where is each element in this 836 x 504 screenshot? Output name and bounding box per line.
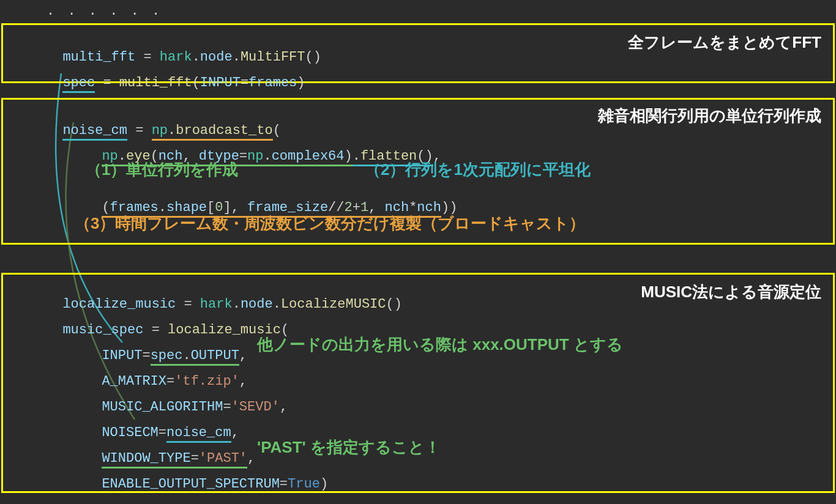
box3-title: MUSIC法による音源定位	[641, 281, 821, 303]
ann-step2: （2）行列を1次元配列に平坦化	[365, 159, 591, 180]
var-spec: spec	[62, 75, 95, 93]
ann-output-usage: 他ノードの出力を用いる際は xxx.OUTPUT とする	[257, 334, 623, 355]
box1-title: 全フレームをまとめてFFT	[628, 32, 821, 53]
ann-past-note: 'PAST' を指定すること！	[257, 437, 441, 458]
ann-step3: （3）時間フレーム数・周波数ビン数分だけ複製（ブロードキャスト）	[75, 213, 585, 234]
box2-title: 雑音相関行列用の単位行列作成	[598, 105, 821, 127]
ellipsis-dots: . . . . . .	[47, 4, 162, 19]
code-spec-assign: spec = multi_fft(INPUT=frames)	[47, 60, 305, 91]
code-kw-enable-output: ENABLE_OUTPUT_SPECTRUM=True)	[86, 461, 328, 492]
code-broadcast-shape: (frames.shape[0], frame_size//2+1, nch*n…	[86, 185, 457, 215]
ann-step1: （1）単位行列を作成	[86, 159, 238, 180]
